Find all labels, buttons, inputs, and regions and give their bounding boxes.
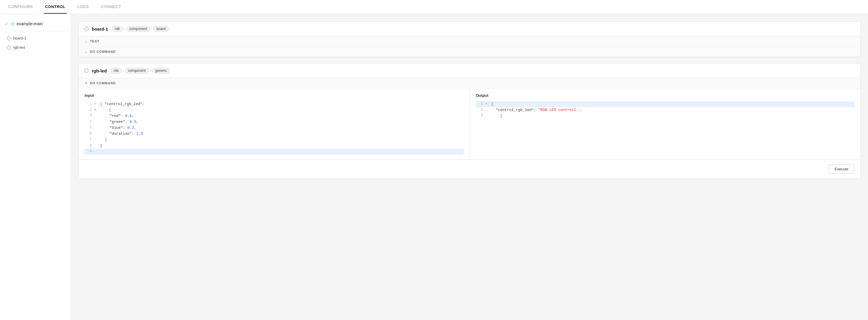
chevron-icon: ✕: [85, 81, 88, 85]
line-num: 4: [85, 119, 92, 125]
sidebar-component-label: board-1: [13, 36, 26, 40]
output-line-2: 2 "control_rgb_led": "RGB LED controll..…: [476, 107, 855, 113]
code-line-4: 4 "green": 0.5,: [85, 119, 464, 125]
sidebar-divider: [0, 31, 71, 31]
card-board-1-header: board-1 rdk › component › board: [79, 22, 861, 36]
line-num: 1: [476, 101, 483, 107]
card-rgb-led-header: rgb-led rdk › component › generic: [79, 64, 861, 78]
execute-button[interactable]: Execute: [828, 164, 855, 174]
sidebar-item-board-1[interactable]: board-1: [0, 34, 71, 43]
board-1-breadcrumbs: rdk › component › board: [112, 26, 169, 32]
line-num: 5: [85, 125, 92, 131]
output-panel: Output 1 v { 2: [470, 89, 861, 159]
arrow-icon: ›: [123, 69, 124, 73]
nav-configure[interactable]: CONFIGURE: [7, 0, 34, 14]
do-command-panels: Input 1 v { "control_rgb_led":: [79, 89, 861, 159]
diamond-icon: [84, 26, 89, 31]
top-nav: CONFIGURE CONTROL LOGS CONNECT: [0, 0, 868, 14]
diamond-icon: [6, 45, 11, 50]
card-board-1: board-1 rdk › component › board ⌄ TEST ⌄…: [79, 21, 861, 57]
breadcrumb-rdk: rdk: [112, 26, 123, 32]
input-panel[interactable]: Input 1 v { "control_rgb_led":: [79, 89, 470, 159]
diamond-icon: [84, 68, 89, 73]
chevron-icon: ⌄: [85, 50, 88, 54]
output-line-1: 1 v {: [476, 101, 855, 107]
machine-name: example-main: [17, 21, 43, 26]
input-title: Input: [85, 93, 464, 98]
line-content: [100, 149, 464, 155]
card-board-1-title: board-1: [92, 26, 108, 31]
collapse-arrow[interactable]: v: [94, 101, 98, 106]
output-line-3: 3 }: [476, 113, 855, 119]
code-line-2: 2 v {: [85, 107, 464, 113]
output-title: Output: [476, 93, 855, 98]
line-content: {: [491, 101, 855, 107]
do-command-body: Input 1 v { "control_rgb_led":: [79, 89, 861, 179]
line-arrow-empty: [485, 107, 489, 113]
chevron-icon: ⌄: [85, 39, 88, 43]
line-content: "green": 0.5,: [100, 119, 464, 125]
sidebar: ✓ ⊙ example-main board-1 rgb-led: [0, 14, 71, 320]
sidebar-component-label: rgb-led: [13, 45, 25, 50]
line-arrow-empty: [94, 149, 98, 154]
line-content: }: [100, 143, 464, 149]
breadcrumb-component: component: [125, 68, 149, 74]
breadcrumb-component: component: [126, 26, 150, 32]
main-layout: ✓ ⊙ example-main board-1 rgb-led board-1…: [0, 14, 868, 320]
code-line-3: 3 "red": 0.8,: [85, 113, 464, 119]
card-rgb-led: rgb-led rdk › component › generic ✕ DO C…: [79, 63, 861, 179]
line-num: 9: [85, 149, 92, 154]
sidebar-item-rgb-led[interactable]: rgb-led: [0, 43, 71, 52]
line-num: 8: [85, 143, 92, 149]
line-num: 1: [85, 101, 92, 107]
wifi-icon: ⊙: [11, 21, 14, 26]
docommand-section-label: DO COMMAND: [90, 50, 116, 54]
collapse-arrow: v: [485, 101, 489, 106]
rgb-led-docommand-section[interactable]: ✕ DO COMMAND: [79, 78, 861, 89]
test-section-label: TEST: [90, 39, 99, 43]
line-num: 3: [476, 113, 483, 119]
sidebar-machine: ✓ ⊙ example-main: [0, 19, 71, 29]
line-arrow-empty: [94, 113, 98, 119]
execute-area: Execute: [79, 159, 861, 179]
board-1-docommand-section[interactable]: ⌄ DO COMMAND: [79, 46, 861, 57]
line-arrow-empty: [94, 143, 98, 148]
code-line-1: 1 v { "control_rgb_led":: [85, 101, 464, 107]
line-content: }: [100, 137, 464, 143]
nav-connect[interactable]: CONNECT: [99, 0, 122, 14]
line-content: { "control_rgb_led":: [100, 101, 464, 107]
line-num: 3: [85, 113, 92, 119]
docommand-section-label: DO COMMAND: [90, 81, 116, 85]
line-num: 7: [85, 137, 92, 142]
line-num: 2: [85, 107, 92, 113]
collapse-arrow[interactable]: v: [94, 107, 98, 113]
board-1-test-section[interactable]: ⌄ TEST: [79, 36, 861, 46]
line-arrow-empty: [485, 113, 489, 119]
line-arrow-empty: [94, 131, 98, 136]
output-code: 1 v { 2 "control_rgb_led": "RGB LED cont…: [476, 101, 855, 119]
code-line-7: 7 }: [85, 137, 464, 143]
diamond-icon: [6, 36, 11, 41]
line-num: 6: [85, 131, 92, 136]
line-arrow-empty: [94, 125, 98, 130]
nav-logs[interactable]: LOGS: [76, 0, 90, 14]
line-arrow-empty: [94, 119, 98, 124]
main-content: board-1 rdk › component › board ⌄ TEST ⌄…: [71, 14, 868, 320]
line-content: "blue": 0.2,: [100, 125, 464, 131]
rgb-led-breadcrumbs: rdk › component › generic: [111, 68, 170, 74]
breadcrumb-rdk: rdk: [111, 68, 122, 74]
line-content: }: [491, 113, 855, 119]
code-editor[interactable]: 1 v { "control_rgb_led": 2 v: [85, 101, 464, 155]
nav-control[interactable]: CONTROL: [44, 0, 67, 14]
breadcrumb-generic: generic: [152, 68, 170, 74]
card-rgb-led-title: rgb-led: [92, 68, 107, 73]
line-content: "duration": 2.0: [100, 131, 464, 137]
arrow-icon: ›: [151, 27, 152, 31]
line-content: "control_rgb_led": "RGB LED controll...: [491, 107, 855, 113]
line-content: "red": 0.8,: [100, 113, 464, 119]
arrow-icon: ›: [124, 27, 125, 31]
line-arrow-empty: [94, 137, 98, 142]
code-line-6: 6 "duration": 2.0: [85, 131, 464, 137]
check-icon: ✓: [5, 21, 8, 26]
code-line-5: 5 "blue": 0.2,: [85, 125, 464, 131]
